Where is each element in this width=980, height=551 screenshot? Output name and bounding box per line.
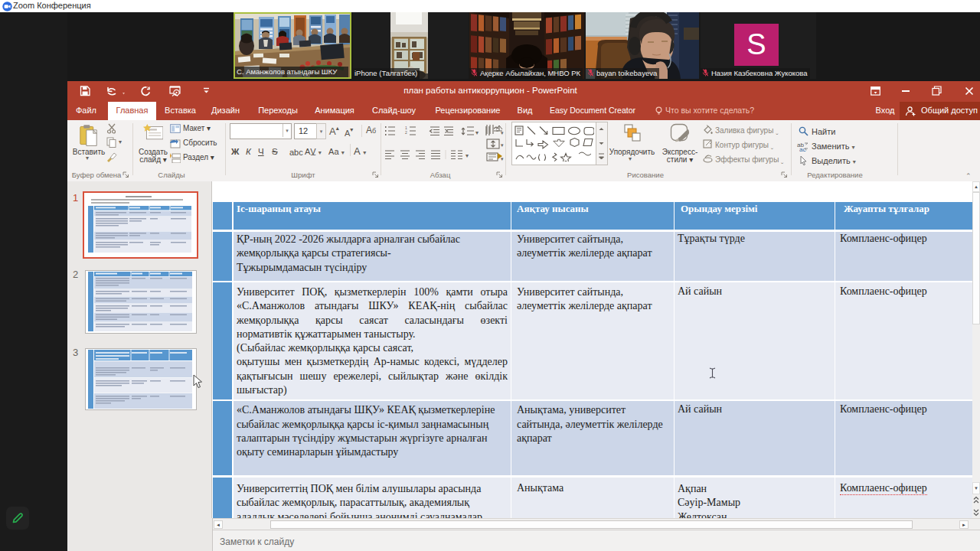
svg-text:▾: ▾: [501, 142, 504, 148]
svg-text:▾: ▾: [475, 129, 479, 136]
svg-text:▾: ▾: [501, 156, 504, 161]
svg-text:▾: ▾: [466, 152, 469, 159]
svg-text:▾: ▾: [501, 130, 504, 135]
svg-text:2: 2: [405, 130, 407, 135]
